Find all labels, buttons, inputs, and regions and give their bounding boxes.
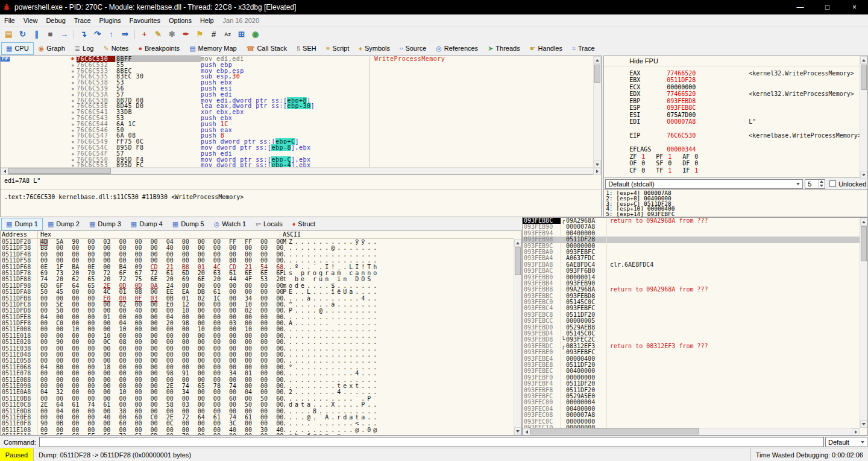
menu-help[interactable]: Help [196,15,218,26]
register-value[interactable]: 77466520 [667,91,749,98]
gutter-dot[interactable]: ● [72,145,74,151]
close-button[interactable]: × [841,0,868,14]
register-value[interactable]: 77466520 [667,70,749,77]
scroll-up-button[interactable] [594,56,601,64]
scroll-left-button[interactable] [523,428,530,436]
scroll-down-button[interactable] [514,427,521,435]
flag-value[interactable]: 1 [668,153,682,161]
stack-horizontal-scrollbar[interactable] [523,428,860,435]
disasm-horizontal-scrollbar[interactable] [1,167,601,174]
restart-icon[interactable]: ↻ [16,28,30,40]
pause-icon[interactable]: ∥ [30,28,43,40]
tab-breakpoints[interactable]: ●Breakpoints [133,42,184,54]
stack-arg[interactable]: 5: [esp+14] 093FEBFC [606,212,866,217]
register-value[interactable]: 075A7D00 [667,112,749,119]
tab-notes[interactable]: ✎Notes [98,42,133,55]
unlocked-checkbox[interactable]: Unlocked [829,180,866,188]
disasm-vertical-scrollbar[interactable] [593,56,601,168]
register-value[interactable]: 00000000 [667,84,749,91]
register-value[interactable]: 093FEB8C [667,104,749,112]
tab-log[interactable]: ≣Log [70,42,99,55]
flag-value[interactable]: 1 [641,153,656,161]
scrollbar-thumb[interactable] [8,168,111,174]
scroll-down-button[interactable] [860,171,867,179]
settings-icon[interactable]: ✱ [165,28,179,40]
hide-fpu-button[interactable]: Hide FPU [604,56,867,66]
scrollbar-track[interactable] [111,168,593,174]
flag-value[interactable]: 1 [668,167,682,174]
gutter-dot[interactable]: ● [72,127,74,133]
flag-value[interactable]: 1 [694,167,709,174]
scroll-up-button[interactable] [860,218,867,226]
register-value[interactable]: 000007A8 [667,118,749,126]
scrollbar-track[interactable] [699,428,852,435]
dump-row[interactable]: 0511DFA850 45 00 00 4C 01 08 00 EE EA DB… [1,289,514,295]
menu-view[interactable]: View [19,15,42,26]
register-value[interactable]: 76C6C530 [667,132,749,139]
breakpoint-dot[interactable]: ● [71,56,74,62]
stack-vertical-scrollbar[interactable] [860,218,867,428]
help-globe-icon[interactable]: ◉ [248,28,262,40]
run-icon[interactable]: → [57,28,71,40]
table-icon[interactable]: ⊞ [234,28,248,40]
dump-vertical-scrollbar[interactable] [514,239,521,435]
register-value[interactable]: 00000344 [667,146,749,153]
font-icon[interactable]: Az [221,28,234,40]
hash-icon[interactable]: # [207,28,221,40]
scrollbar-thumb[interactable] [861,226,867,261]
step-out-icon[interactable]: ↑ [104,28,118,40]
scrollbar-thumb[interactable] [594,65,600,83]
tab-source[interactable]: ‹›Source [395,42,431,54]
stop-icon[interactable]: ■ [43,28,57,40]
tab-references[interactable]: ◎References [431,42,483,55]
flag-value[interactable]: 0 [694,153,709,161]
tab-script[interactable]: ≡Script [321,42,354,54]
scroll-left-button[interactable] [1,168,8,175]
gutter-dot[interactable]: ● [72,74,74,80]
stack-row[interactable]: 093FEBF40511DF20 [523,381,860,387]
stack-row[interactable]: 093FEB980511DF28 [523,237,860,243]
calling-convention-select[interactable]: Default (stdcall) [605,179,803,189]
flag-value[interactable]: 0 [641,167,656,174]
dump-tab-dump-4[interactable]: ▦Dump 4 [126,218,168,230]
scrollbar-thumb[interactable] [861,65,867,90]
gutter-dot[interactable]: ● [72,62,74,68]
dump-tab-struct[interactable]: ♦Struct [288,218,320,230]
tab-seh[interactable]: §SEH [292,42,321,54]
arg-count-spinner[interactable]: 5 [805,179,825,189]
stack-row[interactable]: 093FEC08000007A8 [523,412,860,418]
menu-trace[interactable]: Trace [70,15,95,26]
registers-vertical-scrollbar[interactable] [860,56,867,179]
step-into-icon[interactable]: ↴ [77,28,90,40]
flag-value[interactable]: 0 [641,160,656,167]
menu-debug[interactable]: Debug [42,15,69,26]
scroll-right-button[interactable] [852,428,860,436]
tab-graph[interactable]: ◉Graph [34,42,70,55]
dump-pane[interactable]: Address Hex ASCII 0511DF284D 5A 90 00 03… [0,230,522,436]
inject-icon[interactable]: ✒ [179,28,193,40]
gutter-dot[interactable]: ● [72,139,74,145]
patch-icon[interactable]: + [137,28,151,40]
scrollbar-thumb[interactable] [530,428,699,434]
gutter-dot[interactable]: ● [72,151,74,157]
tab-memory-map[interactable]: ▤Memory Map [184,42,242,55]
maximize-button[interactable]: □ [814,0,841,14]
minimize-button[interactable]: — [787,0,814,14]
dump-tab-dump-2[interactable]: ▦Dump 2 [43,218,84,230]
disassembly-pane[interactable]: ●EIP76C6C5308BFFmov edi,ediWriteProcessM… [0,56,602,175]
scroll-down-button[interactable] [860,420,867,428]
register-value[interactable]: 0511DF28 [667,77,749,84]
dump-row[interactable]: 0511E1182E 65 68 5F 66 72 61 6D 00 70 00… [1,433,514,436]
gutter-dot[interactable]: ● [72,157,74,163]
gutter-dot[interactable]: ● [72,80,74,86]
gutter-dot[interactable]: ● [72,133,74,139]
menu-favourites[interactable]: Favourites [125,15,165,26]
comment-icon[interactable]: ✎ [151,28,165,40]
tab-threads[interactable]: ➤Threads [483,42,525,55]
gutter-dot[interactable]: ● [72,109,74,115]
dump-tab-locals[interactable]: x=Locals [251,218,287,230]
gutter-dot[interactable]: ● [72,98,74,104]
gutter-dot[interactable]: ● [72,103,74,109]
gutter-dot[interactable]: ● [72,68,74,74]
menu-file[interactable]: File [0,15,19,26]
